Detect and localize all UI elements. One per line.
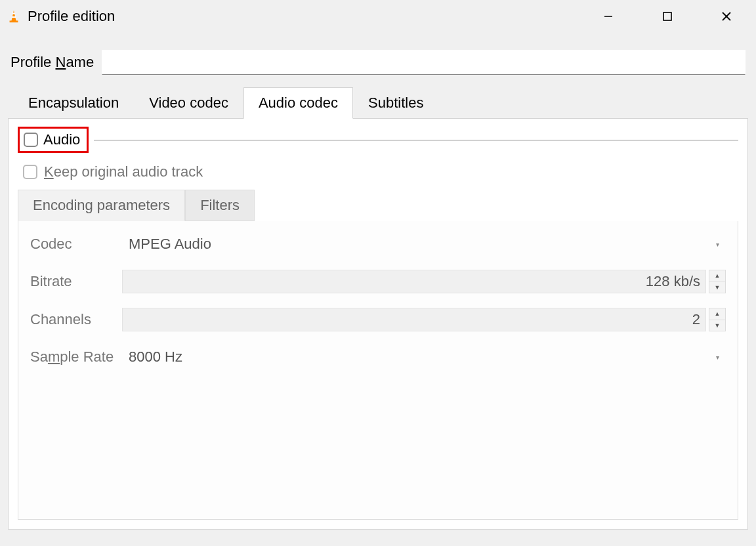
svg-rect-3 bbox=[10, 20, 18, 22]
main-tabbar: Encapsulation Video codec Audio codec Su… bbox=[8, 87, 748, 118]
audio-enable-checkbox[interactable] bbox=[24, 133, 38, 147]
codec-value: MPEG Audio bbox=[129, 236, 211, 253]
channels-spinner[interactable]: ▲ ▼ bbox=[709, 308, 726, 331]
channels-label: Channels bbox=[30, 311, 122, 328]
audio-subtabs: Encoding parameters Filters bbox=[18, 190, 738, 221]
keep-original-row: Keep original audio track bbox=[23, 163, 738, 180]
spinner-up-icon[interactable]: ▲ bbox=[709, 308, 725, 320]
sample-rate-combobox[interactable]: 8000 Hz ▾ bbox=[122, 346, 726, 368]
group-divider bbox=[94, 140, 738, 140]
subtab-encoding-parameters[interactable]: Encoding parameters bbox=[18, 190, 185, 221]
bitrate-row: Bitrate 128 kb/s ▲ ▼ bbox=[30, 270, 726, 293]
sample-rate-label: Sample Rate bbox=[30, 348, 122, 366]
tab-video-codec[interactable]: Video codec bbox=[134, 87, 243, 119]
chevron-down-icon: ▾ bbox=[716, 354, 719, 361]
bitrate-input[interactable]: 128 kb/s bbox=[122, 270, 706, 293]
profile-name-label: Profile Name bbox=[10, 54, 94, 71]
audio-checkbox-highlight: Audio bbox=[18, 127, 89, 153]
close-icon bbox=[721, 11, 732, 22]
spinner-down-icon[interactable]: ▼ bbox=[709, 320, 725, 331]
bitrate-value: 128 kb/s bbox=[646, 273, 700, 290]
svg-rect-5 bbox=[663, 12, 671, 20]
vlc-cone-icon bbox=[5, 8, 22, 25]
svg-rect-1 bbox=[12, 13, 16, 14]
spinner-up-icon[interactable]: ▲ bbox=[709, 270, 725, 282]
audio-codec-panel: Audio Keep original audio track Encoding… bbox=[8, 118, 748, 530]
channels-row: Channels 2 ▲ ▼ bbox=[30, 308, 726, 331]
channels-value: 2 bbox=[692, 311, 700, 328]
maximize-icon bbox=[662, 11, 673, 22]
svg-rect-2 bbox=[12, 16, 16, 18]
subtab-filters[interactable]: Filters bbox=[185, 190, 255, 221]
maximize-button[interactable] bbox=[638, 0, 697, 33]
channels-input[interactable]: 2 bbox=[122, 308, 706, 331]
close-button[interactable] bbox=[697, 0, 756, 33]
tab-encapsulation[interactable]: Encapsulation bbox=[13, 87, 134, 119]
bitrate-label: Bitrate bbox=[30, 273, 122, 290]
keep-original-checkbox[interactable] bbox=[23, 165, 37, 179]
audio-group-label: Audio bbox=[43, 131, 80, 148]
chevron-down-icon: ▾ bbox=[716, 241, 719, 248]
codec-combobox[interactable]: MPEG Audio ▾ bbox=[122, 233, 726, 255]
bitrate-spinner[interactable]: ▲ ▼ bbox=[709, 270, 726, 293]
minimize-icon bbox=[604, 12, 613, 21]
profile-name-row: Profile Name bbox=[8, 39, 748, 87]
sample-rate-value: 8000 Hz bbox=[129, 348, 182, 366]
sample-rate-row: Sample Rate 8000 Hz ▾ bbox=[30, 346, 726, 368]
title-bar: Profile edition bbox=[0, 0, 756, 33]
window-title: Profile edition bbox=[28, 8, 115, 25]
svg-marker-0 bbox=[11, 10, 16, 22]
keep-original-label: Keep original audio track bbox=[44, 163, 203, 180]
spinner-down-icon[interactable]: ▼ bbox=[709, 282, 725, 293]
tab-audio-codec[interactable]: Audio codec bbox=[243, 87, 353, 119]
codec-label: Codec bbox=[30, 236, 122, 253]
audio-group-header: Audio bbox=[18, 127, 738, 153]
codec-row: Codec MPEG Audio ▾ bbox=[30, 233, 726, 255]
minimize-button[interactable] bbox=[579, 0, 638, 33]
profile-name-input[interactable] bbox=[102, 50, 746, 75]
encoding-parameters-panel: Codec MPEG Audio ▾ Bitrate 128 kb/s ▲ bbox=[18, 221, 738, 520]
tab-subtitles[interactable]: Subtitles bbox=[353, 87, 438, 119]
